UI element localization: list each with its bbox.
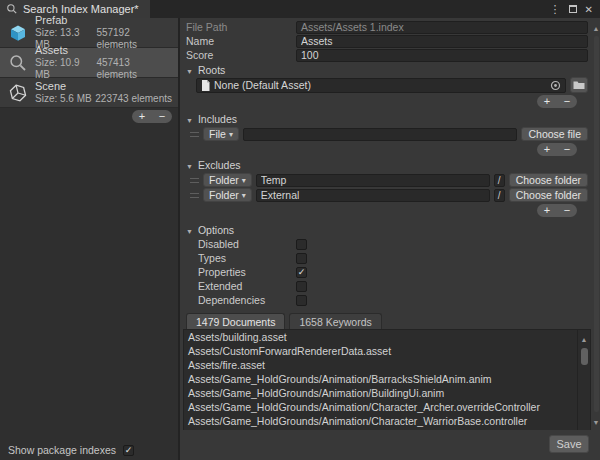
results-tabs: 1479 Documents 1658 Keywords bbox=[186, 313, 588, 329]
score-input[interactable] bbox=[296, 49, 588, 62]
scrollbar-thumb[interactable] bbox=[594, 36, 599, 412]
save-button[interactable]: Save bbox=[549, 435, 589, 453]
foldout-triangle-icon bbox=[186, 64, 193, 76]
scroll-down-icon[interactable] bbox=[593, 415, 600, 427]
exclude-path-input[interactable] bbox=[256, 174, 490, 187]
tab-documents[interactable]: 1479 Documents bbox=[186, 313, 285, 329]
show-package-indexes-checkbox[interactable] bbox=[123, 445, 134, 456]
index-elements: 223743 elements bbox=[95, 93, 172, 105]
exclude-row: Folder / Choose folder bbox=[190, 173, 588, 187]
exclude-path-input[interactable] bbox=[256, 189, 490, 202]
roots-label: Roots bbox=[198, 64, 225, 76]
index-item-scene[interactable]: Scene Size: 5.6 MB 223743 elements bbox=[0, 78, 178, 108]
types-checkbox[interactable] bbox=[296, 253, 307, 264]
choose-folder-button[interactable]: Choose folder bbox=[509, 188, 588, 202]
object-picker-icon[interactable] bbox=[550, 80, 561, 91]
drag-handle-icon[interactable] bbox=[190, 193, 199, 198]
exclude-type-dropdown[interactable]: Folder bbox=[203, 173, 252, 187]
path-separator: / bbox=[494, 189, 505, 202]
foldout-triangle-icon bbox=[186, 159, 193, 171]
disabled-checkbox[interactable] bbox=[296, 239, 307, 250]
document-row[interactable]: Assets/Game_HoldGrounds/Animation/Charac… bbox=[184, 400, 577, 414]
option-row-dependencies: Dependencies bbox=[186, 293, 588, 307]
option-label: Dependencies bbox=[198, 294, 296, 306]
include-type-dropdown[interactable]: File bbox=[203, 127, 239, 141]
panel-scrollbar[interactable] bbox=[592, 18, 600, 430]
remove-root-button[interactable]: − bbox=[557, 95, 577, 108]
excludes-foldout[interactable]: Excludes bbox=[186, 158, 588, 172]
excludes-toolbar: + − bbox=[186, 204, 577, 217]
browse-root-folder-button[interactable] bbox=[570, 77, 588, 93]
path-separator: / bbox=[494, 174, 505, 187]
prefab-cube-icon bbox=[6, 22, 30, 44]
include-type-value: File bbox=[209, 128, 226, 140]
index-size: Size: 5.6 MB bbox=[35, 93, 92, 105]
add-include-button[interactable]: + bbox=[537, 143, 557, 156]
include-path-input[interactable] bbox=[243, 128, 518, 141]
index-name: Scene bbox=[35, 80, 66, 92]
score-label: Score bbox=[186, 49, 296, 61]
search-asset-icon bbox=[6, 52, 30, 74]
tab-keywords[interactable]: 1658 Keywords bbox=[289, 313, 381, 329]
drag-handle-icon[interactable] bbox=[190, 132, 199, 137]
root-object-value: None (Default Asset) bbox=[214, 79, 546, 91]
name-input[interactable] bbox=[296, 35, 588, 48]
window-controls bbox=[550, 0, 600, 18]
exclude-type-dropdown[interactable]: Folder bbox=[203, 188, 252, 202]
add-remove-index-control: + − bbox=[132, 110, 172, 123]
scroll-up-icon[interactable] bbox=[593, 21, 600, 33]
add-exclude-button[interactable]: + bbox=[537, 204, 557, 217]
maximize-icon[interactable] bbox=[569, 5, 577, 13]
choose-file-button[interactable]: Choose file bbox=[521, 127, 588, 141]
remove-include-button[interactable]: − bbox=[557, 143, 577, 156]
option-label: Types bbox=[198, 252, 296, 264]
menu-icon[interactable] bbox=[550, 3, 561, 16]
options-label: Options bbox=[198, 224, 234, 236]
document-row[interactable]: Assets/Game_HoldGrounds/Animation/Barrac… bbox=[184, 372, 577, 386]
extended-checkbox[interactable] bbox=[296, 281, 307, 292]
option-row-properties: Properties bbox=[186, 265, 588, 279]
includes-foldout[interactable]: Includes bbox=[186, 112, 588, 126]
document-row[interactable]: Assets/fire.asset bbox=[184, 358, 577, 372]
drag-handle-icon[interactable] bbox=[190, 178, 199, 183]
document-row[interactable]: Assets/building.asset bbox=[184, 330, 577, 344]
dependencies-checkbox[interactable] bbox=[296, 295, 307, 306]
index-settings-panel: File Path Assets/Assets 1.index Name Sco… bbox=[180, 18, 600, 460]
add-remove-exclude-control: + − bbox=[537, 204, 577, 217]
foldout-triangle-icon bbox=[186, 113, 193, 125]
remove-exclude-button[interactable]: − bbox=[557, 204, 577, 217]
options-foldout[interactable]: Options bbox=[186, 223, 588, 237]
add-index-button[interactable]: + bbox=[132, 110, 152, 123]
option-row-types: Types bbox=[186, 251, 588, 265]
folder-icon bbox=[573, 80, 585, 90]
index-name: Prefab bbox=[35, 14, 67, 26]
roots-object-row: None (Default Asset) bbox=[196, 77, 588, 93]
index-elements: 457413 elements bbox=[96, 57, 172, 81]
scrollbar-thumb[interactable] bbox=[581, 348, 588, 365]
document-row[interactable]: Assets/Game_HoldGrounds/Animation/Buildi… bbox=[184, 386, 577, 400]
add-root-button[interactable]: + bbox=[537, 95, 557, 108]
option-label: Disabled bbox=[198, 238, 296, 250]
option-row-disabled: Disabled bbox=[186, 237, 588, 251]
documents-scrollbar[interactable] bbox=[577, 330, 590, 430]
documents-list: Assets/building.asset Assets/CustomForwa… bbox=[183, 329, 591, 430]
choose-folder-button[interactable]: Choose folder bbox=[509, 173, 588, 187]
search-icon bbox=[6, 3, 18, 15]
name-row: Name bbox=[186, 34, 588, 48]
exclude-row: Folder / Choose folder bbox=[190, 188, 588, 202]
settings-scroll-area: File Path Assets/Assets 1.index Name Sco… bbox=[180, 18, 592, 430]
document-row[interactable]: Assets/CustomForwardRendererData.asset bbox=[184, 344, 577, 358]
close-icon[interactable] bbox=[585, 3, 593, 15]
scroll-up-icon[interactable] bbox=[581, 332, 588, 344]
show-package-indexes-label: Show package indexes bbox=[8, 444, 116, 456]
includes-toolbar: + − bbox=[186, 143, 577, 156]
file-path-row: File Path Assets/Assets 1.index bbox=[186, 20, 588, 34]
unity-scene-icon bbox=[6, 82, 30, 104]
properties-checkbox[interactable] bbox=[296, 267, 307, 278]
roots-foldout[interactable]: Roots bbox=[186, 63, 588, 77]
index-item-assets[interactable]: Assets Size: 10.9 MB 457413 elements bbox=[0, 48, 178, 78]
include-row: File Choose file bbox=[190, 127, 588, 141]
document-row[interactable]: Assets/Game_HoldGrounds/Animation/Charac… bbox=[184, 414, 577, 428]
root-object-field[interactable]: None (Default Asset) bbox=[196, 78, 566, 93]
remove-index-button[interactable]: − bbox=[152, 110, 172, 123]
